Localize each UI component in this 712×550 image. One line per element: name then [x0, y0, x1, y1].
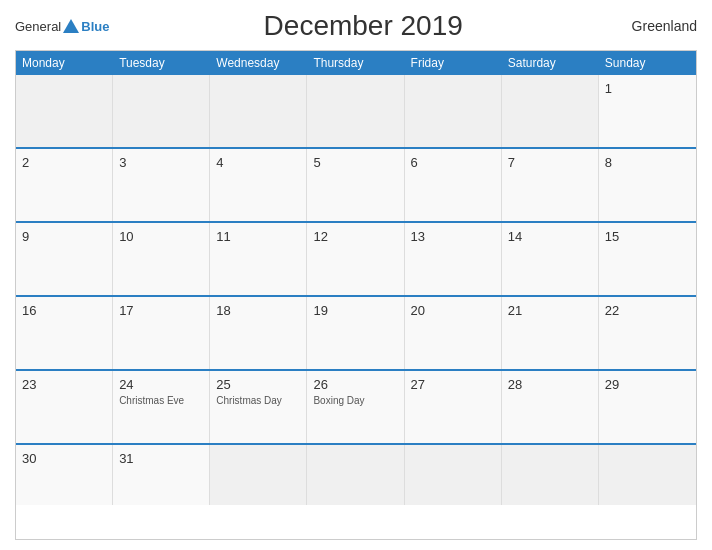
cell-w3-fri: 13 [405, 223, 502, 295]
day-29: 29 [605, 377, 690, 392]
logo-triangle-icon [63, 19, 79, 33]
cell-w5-tue: 24 Christmas Eve [113, 371, 210, 443]
day-5: 5 [313, 155, 397, 170]
header-thursday: Thursday [307, 51, 404, 75]
cell-w5-sat: 28 [502, 371, 599, 443]
cell-w3-sat: 14 [502, 223, 599, 295]
logo: General Blue [15, 19, 109, 34]
day-1: 1 [605, 81, 690, 96]
day-21: 21 [508, 303, 592, 318]
cell-w2-tue: 3 [113, 149, 210, 221]
cell-w2-mon: 2 [16, 149, 113, 221]
calendar-header: Monday Tuesday Wednesday Thursday Friday… [16, 51, 696, 75]
week-row-1: 1 [16, 75, 696, 147]
cell-w2-wed: 4 [210, 149, 307, 221]
cell-w3-tue: 10 [113, 223, 210, 295]
day-16: 16 [22, 303, 106, 318]
cell-w4-tue: 17 [113, 297, 210, 369]
day-28: 28 [508, 377, 592, 392]
country-label: Greenland [617, 18, 697, 34]
day-2: 2 [22, 155, 106, 170]
logo-general-text: General [15, 19, 61, 34]
header-friday: Friday [405, 51, 502, 75]
page: General Blue December 2019 Greenland Mon… [0, 0, 712, 550]
day-7: 7 [508, 155, 592, 170]
header-tuesday: Tuesday [113, 51, 210, 75]
cell-w5-sun: 29 [599, 371, 696, 443]
day-27: 27 [411, 377, 495, 392]
week-row-6: 30 31 [16, 443, 696, 505]
cell-w3-sun: 15 [599, 223, 696, 295]
week-row-3: 9 10 11 12 13 14 15 [16, 221, 696, 295]
calendar: Monday Tuesday Wednesday Thursday Friday… [15, 50, 697, 540]
day-24: 24 [119, 377, 203, 392]
cell-w2-sat: 7 [502, 149, 599, 221]
cell-w5-mon: 23 [16, 371, 113, 443]
day-23: 23 [22, 377, 106, 392]
day-4: 4 [216, 155, 300, 170]
day-3: 3 [119, 155, 203, 170]
day-17: 17 [119, 303, 203, 318]
cell-w3-mon: 9 [16, 223, 113, 295]
cell-w5-thu: 26 Boxing Day [307, 371, 404, 443]
cell-w1-thu [307, 75, 404, 147]
cell-w4-thu: 19 [307, 297, 404, 369]
day-10: 10 [119, 229, 203, 244]
calendar-body: 1 2 3 4 5 6 [16, 75, 696, 505]
day-8: 8 [605, 155, 690, 170]
header-saturday: Saturday [502, 51, 599, 75]
cell-w6-sat [502, 445, 599, 505]
cell-w5-fri: 27 [405, 371, 502, 443]
calendar-title: December 2019 [109, 10, 617, 42]
cell-w1-wed [210, 75, 307, 147]
event-christmas-day: Christmas Day [216, 394, 300, 407]
cell-w5-wed: 25 Christmas Day [210, 371, 307, 443]
day-12: 12 [313, 229, 397, 244]
cell-w2-thu: 5 [307, 149, 404, 221]
event-christmas-eve: Christmas Eve [119, 394, 203, 407]
week-row-4: 16 17 18 19 20 21 22 [16, 295, 696, 369]
logo-blue-text: Blue [81, 19, 109, 34]
day-19: 19 [313, 303, 397, 318]
cell-w1-sun: 1 [599, 75, 696, 147]
cell-w4-fri: 20 [405, 297, 502, 369]
cell-w3-wed: 11 [210, 223, 307, 295]
cell-w6-thu [307, 445, 404, 505]
week-row-2: 2 3 4 5 6 7 8 [16, 147, 696, 221]
day-6: 6 [411, 155, 495, 170]
week-row-5: 23 24 Christmas Eve 25 Christmas Day 26 … [16, 369, 696, 443]
header-wednesday: Wednesday [210, 51, 307, 75]
cell-w1-fri [405, 75, 502, 147]
cell-w1-sat [502, 75, 599, 147]
cell-w6-tue: 31 [113, 445, 210, 505]
day-30: 30 [22, 451, 106, 466]
day-25: 25 [216, 377, 300, 392]
day-11: 11 [216, 229, 300, 244]
day-31: 31 [119, 451, 203, 466]
cell-w1-mon [16, 75, 113, 147]
cell-w1-tue [113, 75, 210, 147]
day-20: 20 [411, 303, 495, 318]
cell-w6-mon: 30 [16, 445, 113, 505]
header-monday: Monday [16, 51, 113, 75]
cell-w2-sun: 8 [599, 149, 696, 221]
cell-w3-thu: 12 [307, 223, 404, 295]
cell-w4-wed: 18 [210, 297, 307, 369]
day-13: 13 [411, 229, 495, 244]
cell-w6-sun [599, 445, 696, 505]
cell-w4-sat: 21 [502, 297, 599, 369]
day-22: 22 [605, 303, 690, 318]
day-18: 18 [216, 303, 300, 318]
cell-w4-sun: 22 [599, 297, 696, 369]
header-sunday: Sunday [599, 51, 696, 75]
day-26: 26 [313, 377, 397, 392]
cell-w4-mon: 16 [16, 297, 113, 369]
day-15: 15 [605, 229, 690, 244]
header: General Blue December 2019 Greenland [15, 10, 697, 42]
cell-w6-wed [210, 445, 307, 505]
cell-w2-fri: 6 [405, 149, 502, 221]
event-boxing-day: Boxing Day [313, 394, 397, 407]
cell-w6-fri [405, 445, 502, 505]
day-9: 9 [22, 229, 106, 244]
day-14: 14 [508, 229, 592, 244]
